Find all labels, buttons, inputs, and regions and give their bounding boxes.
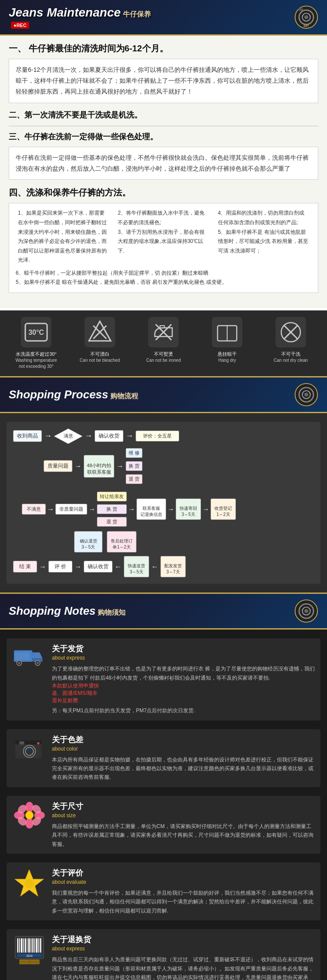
- shopping-notes-banner: Shopping Notes 购物须知: [0, 593, 327, 630]
- svg-point-50: [25, 811, 34, 819]
- flow-row-1: 收到商品 → 满意 → 确认收货 → 评价：全五星: [13, 428, 314, 444]
- note-size: 关于尺寸 about size 商品都按照平铺测量的方法手工测量，单位为CM，请…: [7, 796, 320, 854]
- wash-label-zh: 水洗温度不超过30°: [16, 351, 57, 357]
- flow-sales-order-group: 售后处理订 单1～2天: [107, 531, 136, 552]
- bleach-symbol: [85, 317, 115, 347]
- svg-marker-28: [32, 653, 42, 659]
- flow-contact-service: 联系客服 记退换信息: [136, 498, 166, 520]
- hangdry-label-en: Hang dry: [218, 357, 236, 364]
- svg-rect-61: [31, 938, 31, 953]
- flow-quality-branch: 质量问题 → 48小时内拍 联联系客服 → 维 修 换 货: [44, 447, 143, 487]
- size-content: 关于尺寸 about size 商品都按照平铺测量的方法手工测量，单位为CM，请…: [52, 801, 315, 849]
- process-banner-title: Shopping Process: [9, 388, 108, 401]
- wash-text-4: 6、晾干牛仔裤时，一定从腰部平整拉起（用夹子固定撑平，切 勿拉紧）翻过来晾晒 5…: [16, 269, 311, 287]
- svg-point-41: [37, 742, 40, 744]
- flow-transfer-friend: 转让给亲友: [97, 492, 127, 502]
- dryclean-label-zh: 不可干洗: [281, 351, 300, 357]
- iron-icon: [150, 319, 177, 345]
- arrow3: →: [126, 431, 133, 441]
- evaluate-title-zh: 关于评价: [52, 868, 315, 878]
- maintenance-section: 一、 牛仔裤最佳的清洗时间为6-12个月。 尽量6-12个月清洗一次，如果夏天出…: [0, 36, 327, 308]
- notes-banner-subtitle: 购物须知: [98, 609, 126, 616]
- flow-dispatch: 配发发货 3～7天: [160, 556, 186, 577]
- color-text: 本店内所有商品保证都是实物拍摄，在拍摄后期，也会由具有多年经验的设计师对色差进行…: [52, 755, 315, 782]
- svg-point-39: [27, 749, 31, 753]
- bleach-label-zh: 不可漂白: [90, 351, 109, 357]
- express-extra: 另：每天PM1点前付款的当天发货，PM7点后付款的次日发货.: [52, 706, 315, 715]
- flow-fast-return: 快递寄回 3～5天: [176, 498, 201, 520]
- camera-color-icon: [13, 734, 46, 761]
- wash-label-en: Washing temperature: [15, 357, 57, 364]
- svg-text:30°C: 30°C: [28, 329, 44, 336]
- flow-row-refund-confirm: 确认退货 3～5天 售后处理订 单1～2天: [74, 531, 314, 552]
- svg-rect-40: [19, 741, 24, 744]
- express-text: 为了更准确的整理您的订单不出错，也是为了有更多的时间进行衣 裤，是为了尽量使您的…: [52, 664, 315, 682]
- section1-text: 尽量6-12个月清洗一次，如果夏天出汗很多，你可以将自己的牛仔裤挂通风的地方，喷…: [16, 64, 311, 98]
- return-title-en: about express: [52, 946, 315, 952]
- svg-point-33: [36, 662, 39, 664]
- arrow-confirm2: ←: [115, 563, 122, 571]
- note-color: 关于色差 about color 本店内所有商品保证都是实物拍摄，在拍摄后期，也…: [7, 729, 320, 787]
- svg-rect-57: [23, 938, 24, 953]
- svg-rect-34: [15, 653, 29, 660]
- flow-satisfied: 满意: [54, 428, 82, 444]
- section1-title: 一、 牛仔裤最佳的清洗时间为6-12个月。: [9, 42, 318, 54]
- wash-icon: 30°C: [23, 319, 49, 345]
- arrow-contact: →: [128, 505, 135, 513]
- process-section: 收到商品 → 满意 → 确认收货 → 评价：全五星 质量问题: [0, 413, 327, 593]
- evaluate-title-en: about evaluate: [52, 879, 315, 885]
- color-title-en: about color: [52, 746, 315, 752]
- care-bleach: 不可漂白 Can not be bleached: [72, 317, 128, 364]
- return-text: 商品售出后三天内如有非人为质量问题可更换同款（无过过、试穿过、重新破坏不退还），…: [52, 955, 315, 980]
- rec-badge: ●REC: [11, 22, 29, 29]
- return-icon-area: 2024: [12, 934, 47, 965]
- truck-icon: [13, 643, 46, 667]
- hangdry-icon: [214, 319, 240, 345]
- svg-rect-54: [17, 938, 18, 953]
- evaluate-content: 关于评价 about evaluate 我们重视您的每一个中肯评价，如果还满意，…: [52, 868, 315, 915]
- note-return: 2024 关于退换货 about express 商品售出后三天内如有非人为质量…: [7, 929, 320, 980]
- color-title-zh: 关于色差: [52, 734, 315, 745]
- section3-text: 牛仔裤在洗前一定得做一些基本的保色处理，不然牛仔裤很快就会洗白。保色处理其实很简…: [16, 152, 311, 174]
- return-title-zh: 关于退换货: [52, 934, 315, 945]
- flow-confirm: 确认收货: [95, 430, 123, 442]
- svg-rect-58: [25, 938, 26, 953]
- flow-service-48: 48小时内拍 联联系客服: [84, 455, 114, 478]
- flow-confirm-refund: 确认退货 3～5天: [74, 531, 102, 552]
- note-express: 关于发货 about express 为了更准确的整理您的订单不出错，也是为了有…: [7, 638, 320, 720]
- svg-point-42: [25, 802, 34, 812]
- care-hangdry: 悬挂晾干 Hang dry: [199, 317, 255, 364]
- arrow-receive-rec: →: [202, 505, 209, 513]
- evaluate-icon-area: [12, 868, 47, 898]
- express-title-en: about express: [52, 655, 315, 661]
- size-text: 商品都按照平铺测量的方法手工测量，单位为CM，请买家购买时仔细对比尺寸。由于每个…: [52, 822, 315, 849]
- flow-quality-row: 质量问题 → 48小时内拍 联联系客服 → 维 修 换 货: [44, 447, 143, 485]
- flow-exchange2: 换 货: [97, 504, 127, 514]
- iron-symbol: [148, 317, 179, 347]
- flow-confirm-receive2: 确认收货: [84, 561, 112, 573]
- flow-refund2: 退 货: [97, 517, 127, 527]
- wash-instructions-box: 1、如果是买回来第一次下水，那需要在水中倒一些白醋，同时把裤子翻转过来浸漫大约半…: [9, 203, 318, 293]
- notes-camera-icon: [294, 599, 318, 623]
- flow-repair: 维 修: [126, 448, 143, 458]
- flow-quality-issue: 质量问题: [44, 460, 72, 472]
- wash-symbol: 30°C: [21, 317, 51, 347]
- flow-rate2: 评 价: [48, 561, 72, 573]
- dryclean-symbol: [276, 317, 306, 347]
- wash-text-3: 4、用温和的洗涤剂，切勿用漂白剂或任何添加含漂白剂或萤光剂的产品; 5、如果牛仔…: [218, 209, 309, 256]
- arrow2: →: [85, 431, 92, 441]
- size-icon-area: [12, 801, 47, 829]
- svg-point-26: [304, 609, 308, 613]
- camera-icon: IMT: [294, 5, 318, 29]
- svg-rect-11: [160, 326, 164, 328]
- wash-text-2: 2、将牛仔裤翻面放入水中手洗，避免不必要的清洗褪色; 3、请千万别用热水浸泡子，…: [118, 209, 209, 256]
- svg-point-3: [304, 15, 308, 19]
- flow-satisfied-diamond: 满意: [54, 428, 82, 444]
- shopping-process-banner: Shopping Process 购物流程: [0, 376, 327, 413]
- flow-row-quality: 质量问题 → 48小时内拍 联联系客服 → 维 修 换 货: [44, 447, 314, 487]
- flow-options-group: 维 修 换 货 退 货: [126, 447, 143, 485]
- svg-rect-56: [20, 938, 22, 953]
- wash-grid: 1、如果是买回来第一次下水，那需要在水中倒一些白醋，同时把裤子翻转过来浸漫大约半…: [16, 209, 311, 265]
- wash-col-4-wrapper: 6、晾干牛仔裤时，一定从腰部平整拉起（用夹子固定撑平，切 勿拉紧）翻过来晾晒 5…: [16, 269, 311, 287]
- process-banner-subtitle: 购物流程: [110, 392, 138, 400]
